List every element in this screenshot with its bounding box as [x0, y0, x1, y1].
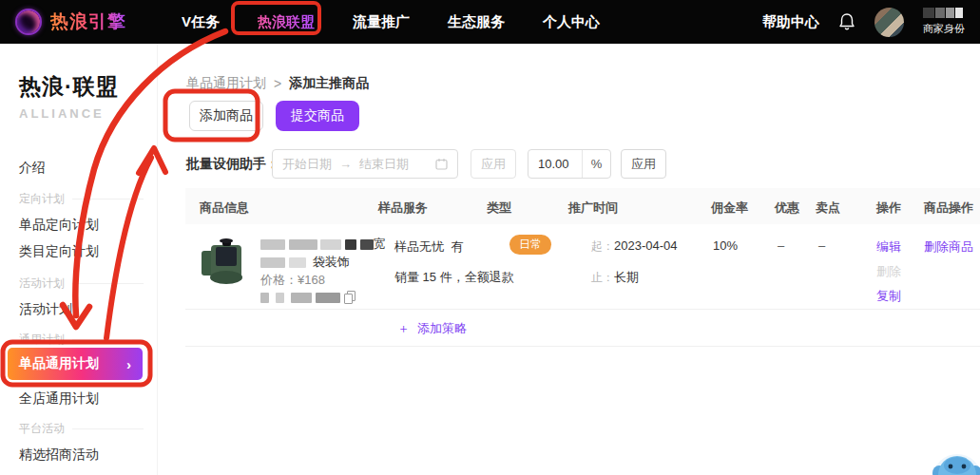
selling-point-value: –	[818, 238, 825, 253]
nav-item-alliance[interactable]: 热浪联盟	[258, 13, 315, 31]
delete-product-link[interactable]: 删除商品	[924, 238, 973, 256]
breadcrumb-current: 添加主推商品	[289, 75, 369, 92]
price-label: 价格：	[260, 273, 298, 287]
end-date-placeholder: 结束日期	[359, 156, 409, 173]
promo-time-end: 止：长期	[591, 269, 639, 286]
nav-right: 帮助中心 商家身份	[762, 8, 965, 37]
product-title-line2: 袋装饰	[260, 254, 350, 271]
col-selling-point: 卖点	[816, 200, 840, 217]
nav-item-v-task[interactable]: V任务	[182, 13, 220, 31]
main-content: 单品通用计划 > 添加主推商品 添加商品 提交商品 批量设佣助手： 开始日期 →…	[158, 44, 980, 475]
top-nav: 热浪引擎 V任务 热浪联盟 流量推广 生态服务 个人中心 帮助中心 商家身份	[0, 0, 980, 44]
add-strategy-button[interactable]: ＋ 添加策略	[397, 320, 467, 337]
time-end-label: 止：	[591, 271, 614, 284]
sidebar-active-label: 单品通用计划	[19, 355, 99, 372]
breadcrumb-parent[interactable]: 单品通用计划	[186, 75, 266, 92]
date-range-picker[interactable]: 开始日期 → 结束日期	[272, 149, 458, 179]
delete-link[interactable]: 删除	[876, 263, 901, 280]
sidebar-item-featured-investment[interactable]: 精选招商活动	[19, 446, 99, 464]
nav-item-personal[interactable]: 个人中心	[543, 13, 600, 31]
col-promo-time: 推广时间	[568, 200, 618, 217]
user-meta: 商家身份	[923, 8, 965, 36]
title-visible-text: 袋装饰	[313, 255, 350, 269]
type-badge: 日常	[509, 235, 551, 255]
logo-icon	[15, 9, 42, 35]
copy-link[interactable]: 复制	[876, 288, 901, 305]
sample-available: 有	[451, 239, 463, 254]
col-product-actions: 商品操作	[924, 200, 973, 217]
sidebar-item-single-general-active[interactable]: 单品通用计划 ›	[8, 348, 143, 380]
col-type: 类型	[487, 200, 511, 217]
commission-rate-input[interactable]	[528, 157, 582, 171]
submit-product-button[interactable]: 提交商品	[276, 101, 359, 131]
start-date-placeholder: 开始日期	[282, 156, 332, 173]
product-price: 价格：¥168	[260, 272, 325, 289]
sample-service-text: 样品无忧	[394, 239, 444, 254]
sidebar-item-category-directional[interactable]: 类目定向计划	[19, 243, 99, 260]
sidebar-section-activity: 活动计划	[19, 276, 144, 292]
range-arrow-icon: →	[339, 157, 352, 171]
batch-commission-label: 批量设佣助手：	[186, 156, 279, 173]
help-center-link[interactable]: 帮助中心	[762, 13, 819, 31]
col-discount: 优惠	[775, 200, 799, 217]
time-end-value: 长期	[614, 270, 639, 284]
nav-menu: V任务 热浪联盟 流量推广 生态服务 个人中心	[182, 13, 600, 31]
apply-date-button[interactable]: 应用	[471, 149, 516, 179]
sidebar-section-general: 通用计划	[19, 332, 144, 348]
product-meta-redacted	[260, 290, 355, 304]
discount-value: –	[778, 238, 784, 253]
bell-icon[interactable]	[838, 12, 855, 31]
breadcrumb: 单品通用计划 > 添加主推商品	[186, 75, 369, 92]
breadcrumb-separator: >	[274, 76, 281, 91]
sidebar-item-activity-plan[interactable]: 活动计划	[19, 301, 72, 318]
nav-item-traffic[interactable]: 流量推广	[353, 13, 410, 31]
merchant-role-label: 商家身份	[923, 22, 965, 36]
promo-time-start: 起：2023-04-04	[591, 238, 678, 255]
sales-line: 销量 15 件，全额退款	[394, 269, 514, 286]
title-visible-char: 宽	[374, 237, 386, 251]
sample-service-cell: 样品无忧 有	[394, 238, 463, 256]
chevron-right-icon: ›	[126, 356, 131, 372]
percent-unit: %	[582, 150, 610, 178]
col-sample-service: 样品服务	[378, 200, 428, 217]
sidebar-item-store-general[interactable]: 全店通用计划	[19, 390, 99, 408]
chat-mascot-widget[interactable]	[932, 452, 980, 475]
calendar-icon	[435, 158, 448, 170]
product-title-line1: 宽	[260, 236, 386, 253]
copy-icon[interactable]	[344, 291, 355, 303]
apply-rate-button[interactable]: 应用	[621, 149, 666, 179]
sidebar-item-single-directional[interactable]: 单品定向计划	[19, 217, 99, 234]
sidebar-section-platform: 平台活动	[19, 421, 144, 437]
col-actions: 操作	[876, 200, 901, 217]
edit-link[interactable]: 编辑	[876, 238, 901, 256]
app-root: 热浪引擎 V任务 热浪联盟 流量推广 生态服务 个人中心 帮助中心 商家身份	[0, 0, 980, 475]
logo-text: 热浪引擎	[50, 10, 126, 34]
time-start-value: 2023-04-04	[614, 238, 678, 253]
redacted-username	[923, 8, 965, 18]
nav-item-eco[interactable]: 生态服务	[448, 13, 505, 31]
time-start-label: 起：	[591, 239, 614, 253]
sidebar: 热浪·联盟 ALLIANCE 介绍 定向计划 单品定向计划 类目定向计划 活动计…	[0, 44, 158, 475]
plus-icon: ＋	[397, 320, 410, 337]
brand-logo[interactable]: 热浪引擎	[15, 9, 126, 35]
product-thumbnail[interactable]	[200, 238, 251, 289]
avatar[interactable]	[874, 8, 904, 37]
price-value: ¥168	[298, 273, 325, 287]
sidebar-brand-subtitle: ALLIANCE	[19, 106, 119, 121]
sidebar-brand-title: 热浪·联盟	[19, 72, 119, 102]
add-product-button[interactable]: 添加商品	[189, 101, 263, 131]
row-divider	[185, 309, 980, 310]
col-commission-rate: 佣金率	[711, 200, 748, 217]
sidebar-item-intro[interactable]: 介绍	[19, 160, 46, 177]
sidebar-brand: 热浪·联盟 ALLIANCE	[19, 72, 119, 121]
sidebar-section-directional: 定向计划	[19, 191, 144, 207]
col-product-info: 商品信息	[200, 200, 249, 217]
commission-rate-input-group: %	[528, 149, 611, 179]
table-bottom-divider	[185, 346, 980, 347]
commission-value: 10%	[713, 238, 738, 253]
add-strategy-label: 添加策略	[417, 320, 467, 337]
